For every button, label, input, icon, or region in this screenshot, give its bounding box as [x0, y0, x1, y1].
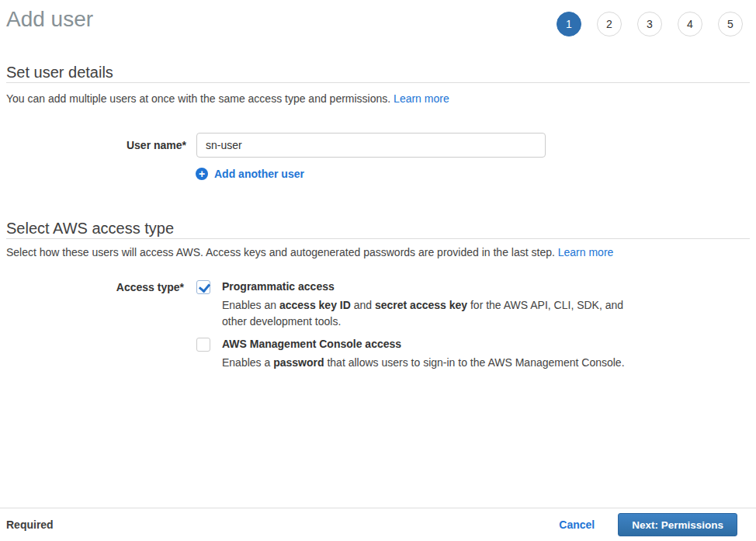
step-circle-2: 2: [597, 12, 622, 36]
desc-segment: Enables a: [222, 356, 273, 369]
console-access-checkbox[interactable]: [196, 338, 210, 352]
option-console-access: AWS Management Console access Enables a …: [196, 337, 639, 371]
step-circle-4: 4: [678, 12, 702, 36]
desc-segment-bold: secret access key: [375, 299, 467, 311]
programmatic-access-checkbox[interactable]: [196, 280, 210, 294]
learn-more-link-access-type[interactable]: Learn more: [558, 246, 614, 258]
wizard-step-indicator: 1 2 3 4 5: [557, 12, 743, 36]
console-access-description: Enables a password that allows users to …: [222, 355, 629, 371]
required-note: Required: [6, 518, 54, 531]
add-another-user-label: Add another user: [214, 168, 304, 180]
step-circle-3: 3: [637, 12, 662, 36]
user-name-input[interactable]: [196, 133, 546, 158]
desc-segment: that allows users to sign-in to the AWS …: [324, 356, 625, 369]
programmatic-access-description: Enables an access key ID and secret acce…: [222, 297, 629, 330]
console-access-title[interactable]: AWS Management Console access: [222, 337, 639, 351]
add-another-user-button[interactable]: + Add another user: [196, 168, 304, 180]
footer-divider: [0, 508, 756, 508]
next-permissions-button[interactable]: Next: Permissions: [618, 513, 737, 536]
desc-segment-bold: password: [273, 356, 324, 369]
step-circle-5: 5: [718, 12, 743, 36]
page-title: Add user: [6, 8, 93, 31]
step-circle-1: 1: [557, 12, 581, 36]
add-user-page: Add user 1 2 3 4 5 Set user details You …: [0, 0, 756, 541]
section-divider: [6, 238, 750, 239]
user-name-label: User name*: [0, 139, 186, 151]
section-heading-access-type: Select AWS access type: [6, 219, 174, 238]
section-heading-user-details: Set user details: [6, 63, 113, 81]
desc-segment: and: [351, 299, 375, 311]
user-details-description-text: You can add multiple users at once with …: [6, 92, 390, 105]
cancel-button[interactable]: Cancel: [559, 518, 595, 531]
option-programmatic-access: Programmatic access Enables an access ke…: [196, 279, 639, 330]
access-type-description-text: Select how these users will access AWS. …: [6, 246, 555, 258]
plus-icon: +: [196, 168, 208, 180]
desc-segment: Enables an: [222, 299, 279, 311]
footer-actions: Cancel Next: Permissions: [559, 513, 737, 536]
section-divider: [6, 82, 750, 83]
programmatic-access-title[interactable]: Programmatic access: [222, 279, 639, 293]
desc-segment-bold: access key ID: [279, 299, 351, 311]
user-details-description: You can add multiple users at once with …: [6, 92, 449, 106]
learn-more-link-user-details[interactable]: Learn more: [394, 92, 449, 105]
access-type-description: Select how these users will access AWS. …: [6, 246, 613, 259]
access-type-label: Access type*: [0, 281, 184, 293]
